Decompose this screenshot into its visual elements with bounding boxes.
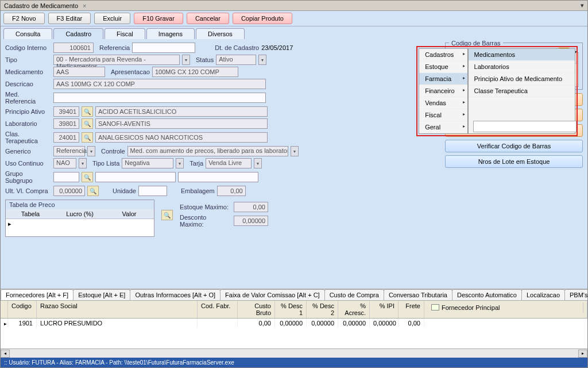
desconto-max-input[interactable]	[234, 216, 268, 226]
btab-outras[interactable]: Outras Informacoes [Alt + O]	[130, 289, 220, 300]
col-lucro[interactable]: Lucro (%)	[55, 209, 105, 218]
tarja-select[interactable]: Venda Livre	[206, 158, 252, 168]
verificar-codigo-button[interactable]: Verificar Codigo de Barras	[445, 140, 583, 152]
grupo-cod-input[interactable]	[53, 172, 79, 182]
uso-continuo-dropdown-icon[interactable]: ▾	[79, 158, 87, 168]
submenu-laboratorios[interactable]: Laboratorios	[469, 61, 575, 73]
checkbox-icon[interactable]	[431, 304, 439, 310]
menu-fiscal[interactable]: Fiscal▸	[419, 109, 467, 121]
grupo-input[interactable]	[95, 172, 176, 182]
tab-imagens[interactable]: Imagens	[146, 28, 195, 39]
tipo-dropdown-icon[interactable]: ▾	[182, 55, 190, 65]
tab-close-icon[interactable]: ×	[83, 2, 86, 9]
cell-ac: 0,00000	[338, 319, 370, 328]
clas-cod-input[interactable]	[53, 132, 79, 143]
menu-farmacia[interactable]: Farmacia▸	[419, 73, 467, 85]
col-codigo[interactable]: Codigo	[8, 301, 37, 318]
embalagem-input[interactable]	[217, 186, 246, 196]
tarja-dropdown-icon[interactable]: ▾	[254, 158, 262, 168]
search-panel[interactable]	[473, 121, 577, 132]
scroll-right-icon[interactable]: ▸	[578, 350, 587, 358]
ult-compra-input[interactable]	[53, 186, 85, 196]
estoque-max-input[interactable]	[234, 202, 268, 212]
generico-dropdown-icon[interactable]: ▾	[87, 146, 95, 156]
status-select[interactable]: Ativo	[216, 55, 256, 65]
codigo-interno-input[interactable]	[53, 43, 94, 53]
principio-search-icon[interactable]: 🔍	[82, 106, 93, 117]
unidade-input[interactable]	[138, 186, 167, 196]
tab-consulta[interactable]: Consulta	[3, 28, 52, 39]
gravar-button[interactable]: F10 Gravar	[134, 13, 183, 24]
status-dropdown-icon[interactable]: ▾	[258, 55, 266, 65]
nros-lote-button[interactable]: Nros de Lote em Estoque	[445, 155, 583, 168]
btab-custo[interactable]: Custo de Compra	[324, 289, 384, 300]
submenu-classe-terapeutica[interactable]: Classe Terapeutica	[469, 85, 575, 97]
menu-estoque[interactable]: Estoque▸	[419, 61, 467, 73]
tipo-lista-select[interactable]: Negativa	[122, 158, 173, 168]
btab-localizacao[interactable]: Localizacao	[521, 289, 565, 300]
col-cod-fabr[interactable]: Cod. Fabr.	[198, 301, 238, 318]
btab-fornecedores[interactable]: Fornecedores [Alt + F]	[1, 289, 74, 300]
menu-cadastros[interactable]: Cadastros▸	[419, 49, 467, 61]
tabela-search-icon[interactable]: 🔍	[161, 210, 173, 220]
fornecedor-principal-check[interactable]: Fornecedor Principal	[428, 302, 583, 313]
toolbar: F2 Novo F3 Editar Excluir F10 Gravar Can…	[1, 11, 587, 26]
btab-desconto[interactable]: Desconto Automatico	[452, 289, 522, 300]
table-row[interactable]: 1901 LUCRO PRESUMIDO 0,00 0,00000 0,0000…	[1, 319, 587, 328]
uso-continuo-select[interactable]: NAO	[53, 158, 76, 168]
col-tabela[interactable]: Tabela	[6, 209, 55, 218]
submenu-principio-ativo[interactable]: Principio Ativo de Medicamento	[469, 73, 575, 85]
col-razao[interactable]: Razao Social	[37, 301, 198, 318]
col-ipi[interactable]: % IPI	[370, 301, 399, 318]
embalagem-label: Embalagem	[181, 187, 215, 194]
copiar-button[interactable]: Copiar Produto	[233, 13, 292, 24]
laboratorio-cod-input[interactable]	[53, 118, 79, 129]
menu-vendas[interactable]: Vendas▸	[419, 97, 467, 109]
grupo-search-icon[interactable]: 🔍	[82, 172, 93, 182]
referencia-input[interactable]	[132, 43, 195, 53]
col-custo[interactable]: Custo Bruto	[238, 301, 275, 318]
btab-faixa[interactable]: Faixa de Valor Comissao [Alt + C]	[220, 289, 325, 300]
med-ref-input[interactable]	[53, 93, 266, 103]
col-frete[interactable]: Frete	[399, 301, 424, 318]
btab-pbm[interactable]: PBM's	[564, 289, 587, 300]
dt-cadastro-label: Dt. de Cadastro	[215, 44, 259, 51]
submenu-medicamentos[interactable]: Medicamentos	[469, 49, 575, 61]
medicamento-input[interactable]	[53, 67, 105, 77]
horizontal-scrollbar[interactable]: ◂ ▸	[1, 348, 587, 358]
fornecedores-grid[interactable]: Codigo Razao Social Cod. Fabr. Custo Bru…	[1, 300, 587, 349]
tipo-lista-dropdown-icon[interactable]: ▾	[176, 158, 184, 168]
menu-geral[interactable]: Geral▸	[419, 121, 467, 133]
editar-button[interactable]: F3 Editar	[48, 13, 91, 24]
descricao-input[interactable]	[53, 79, 266, 89]
titlebar: Cadastro de Medicamento × ▾	[1, 1, 587, 11]
menu-financeiro[interactable]: Financeiro▸	[419, 85, 467, 97]
scroll-left-icon[interactable]: ◂	[1, 350, 10, 358]
controle-dropdown-icon[interactable]: ▾	[291, 146, 299, 156]
col-acresc[interactable]: % Acresc.	[338, 301, 370, 318]
apresentacao-input[interactable]	[152, 67, 238, 77]
tab-cadastro[interactable]: Cadastro	[53, 28, 103, 39]
cancelar-button[interactable]: Cancelar	[187, 13, 229, 24]
col-desc2[interactable]: % Desc 2	[307, 301, 338, 318]
btab-estoque[interactable]: Estoque [Alt + E]	[73, 289, 130, 300]
subgrupo-input[interactable]	[178, 172, 258, 182]
menu-dropdown-icon[interactable]: ▾	[581, 2, 584, 9]
btab-conversao[interactable]: Conversao Tributaria	[384, 289, 452, 300]
generico-select[interactable]: Referencia	[53, 146, 85, 156]
cell-d1: 0,00000	[275, 319, 307, 328]
excluir-button[interactable]: Excluir	[94, 13, 130, 24]
col-valor[interactable]: Valor	[105, 209, 154, 218]
tab-fiscal[interactable]: Fiscal	[105, 28, 145, 39]
controle-select[interactable]: Med. com aumento de precos, liberado par…	[127, 146, 288, 156]
novo-button[interactable]: F2 Novo	[3, 13, 45, 24]
tab-diversos[interactable]: Diversos	[196, 28, 245, 39]
ult-compra-search-icon[interactable]: 🔍	[87, 186, 99, 196]
laboratorio-search-icon[interactable]: 🔍	[82, 118, 93, 129]
uso-continuo-label: Uso Continuo	[5, 160, 51, 167]
tipo-select[interactable]: 00 - Mercadoria para Revenda - Medicamen…	[53, 55, 180, 65]
clas-search-icon[interactable]: 🔍	[82, 132, 93, 143]
col-desc1[interactable]: % Desc 1	[275, 301, 307, 318]
med-ref-label: Med. Referencia	[5, 91, 51, 105]
principio-cod-input[interactable]	[53, 106, 79, 117]
